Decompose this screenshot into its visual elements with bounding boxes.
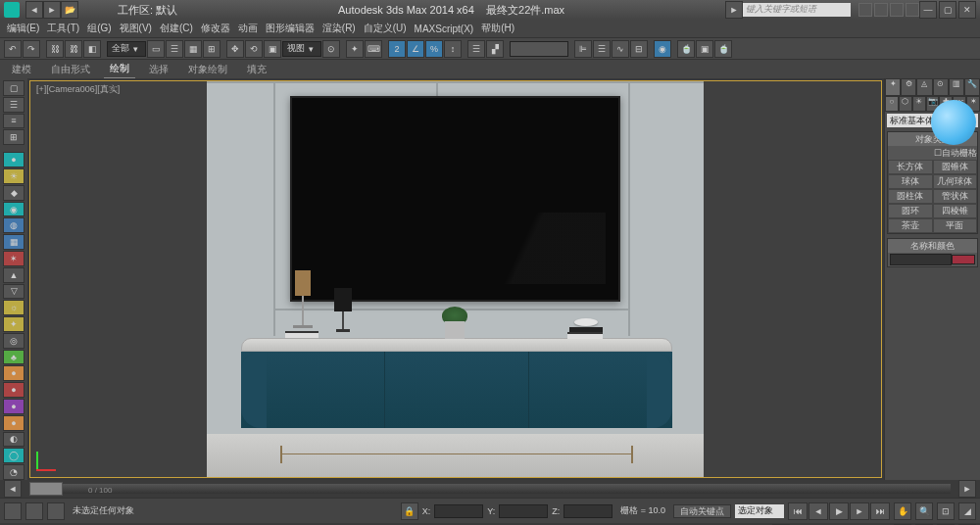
- named-sel-combo[interactable]: [510, 41, 568, 57]
- move-icon[interactable]: ✥: [226, 40, 244, 58]
- btn-tube[interactable]: 管状体: [933, 189, 978, 204]
- lt-extra2-icon[interactable]: ▲: [3, 267, 24, 283]
- menu-modifiers[interactable]: 修改器: [198, 22, 233, 35]
- tb-fwd-icon[interactable]: ►: [43, 1, 61, 19]
- workspace-label[interactable]: 工作区: 默认: [118, 3, 177, 18]
- cat-shapes-icon[interactable]: ⬡: [899, 96, 912, 112]
- nav-zoom-icon[interactable]: 🔍: [915, 502, 933, 520]
- lock-icon[interactable]: 🔒: [401, 502, 418, 520]
- menu-rendering[interactable]: 渲染(R): [319, 22, 359, 35]
- tb-open-icon[interactable]: 📂: [61, 1, 78, 19]
- menu-animation[interactable]: 动画: [235, 22, 261, 35]
- panel-tab-hierarchy-icon[interactable]: ◬: [916, 78, 932, 96]
- transform-y-input[interactable]: [499, 504, 548, 518]
- autokey-button[interactable]: 自动关键点: [673, 504, 731, 518]
- goto-start-icon[interactable]: ⏮: [788, 502, 808, 520]
- btn-cone[interactable]: 圆锥体: [933, 160, 978, 174]
- menu-tools[interactable]: 工具(T): [44, 22, 82, 35]
- selected-combo[interactable]: 选定对象: [735, 504, 784, 518]
- lt-water-icon[interactable]: ◍: [3, 217, 24, 233]
- object-name-input[interactable]: [890, 254, 952, 265]
- render-frame-icon[interactable]: ▣: [696, 40, 713, 58]
- select-icon[interactable]: ▭: [147, 40, 165, 58]
- tab-modeling[interactable]: 建模: [6, 61, 37, 78]
- lt-extra1-icon[interactable]: ◆: [3, 185, 24, 201]
- panel-tab-create-icon[interactable]: ✦: [885, 78, 901, 96]
- lt-extra3-icon[interactable]: ▽: [3, 284, 24, 300]
- help-arrow-icon[interactable]: ►: [725, 1, 743, 19]
- panel-tab-display-icon[interactable]: ▥: [949, 78, 964, 96]
- curve-editor-icon[interactable]: ∿: [612, 40, 629, 58]
- signin-icon[interactable]: [906, 3, 919, 17]
- transform-x-input[interactable]: [434, 504, 483, 518]
- tab-objpaint[interactable]: 对象绘制: [182, 61, 233, 78]
- mirror-icon[interactable]: ▞: [486, 40, 504, 58]
- undo-icon[interactable]: ↶: [4, 40, 22, 58]
- nav-zoomall-icon[interactable]: ⊡: [937, 502, 955, 520]
- viewport-label[interactable]: [+][Camera006][真实]: [36, 83, 120, 96]
- selection-filter-combo[interactable]: 全部: [107, 41, 146, 57]
- btn-box[interactable]: 长方体: [888, 160, 933, 174]
- redo-icon[interactable]: ↷: [23, 40, 40, 58]
- lt-mat2-icon[interactable]: ●: [3, 382, 24, 398]
- tab-freeform[interactable]: 自由形式: [45, 61, 96, 78]
- lt-select-icon[interactable]: ▢: [3, 80, 24, 96]
- tab-populate[interactable]: 填充: [241, 61, 272, 78]
- lt-mat1-icon[interactable]: ●: [3, 365, 24, 381]
- lt-mat3-icon[interactable]: ●: [3, 399, 24, 414]
- tab-paint[interactable]: 绘制: [104, 60, 135, 79]
- menu-grapheditors[interactable]: 图形编辑器: [263, 22, 318, 35]
- play-icon[interactable]: ▶: [829, 502, 849, 520]
- lt-layers-icon[interactable]: ≡: [3, 114, 24, 129]
- search-icon[interactable]: [858, 3, 872, 17]
- menu-help[interactable]: 帮助(H): [478, 22, 517, 35]
- lt-ring-icon[interactable]: ◯: [3, 448, 24, 463]
- bind-icon[interactable]: ◧: [83, 40, 101, 58]
- btn-plane[interactable]: 平面: [933, 218, 978, 233]
- nav-fov-icon[interactable]: ◢: [958, 502, 976, 520]
- time-slider-handle[interactable]: [29, 482, 63, 496]
- menu-customize[interactable]: 自定义(U): [361, 22, 410, 35]
- btn-cylinder[interactable]: 圆柱体: [888, 189, 933, 204]
- snap-angle-icon[interactable]: ∠: [407, 40, 424, 58]
- help-search-input[interactable]: 键入关键字或短语: [743, 3, 851, 17]
- lt-tex-icon[interactable]: ▦: [3, 234, 24, 250]
- keyboard-icon[interactable]: ⌨: [365, 40, 382, 58]
- lt-mat4-icon[interactable]: ●: [3, 415, 24, 431]
- cat-lights-icon[interactable]: ☀: [912, 96, 926, 112]
- autogrid-checkbox[interactable]: ☐ 自动栅格: [888, 146, 977, 160]
- tab-select[interactable]: 选择: [143, 61, 174, 78]
- timeline-prev-icon[interactable]: ◄: [4, 480, 22, 498]
- layers-icon[interactable]: ☰: [593, 40, 611, 58]
- menu-group[interactable]: 组(G): [84, 22, 114, 35]
- scale-icon[interactable]: ▣: [264, 40, 281, 58]
- viewport[interactable]: [+][Camera006][真实]: [29, 80, 882, 478]
- prev-frame-icon[interactable]: ◄: [808, 502, 828, 520]
- transform-z-input[interactable]: [564, 504, 612, 518]
- lt-grid-icon[interactable]: ⊞: [3, 129, 24, 145]
- btn-pyramid[interactable]: 四棱锥: [933, 204, 978, 218]
- render-icon[interactable]: 🍵: [714, 40, 732, 58]
- lt-sun-icon[interactable]: ☼: [3, 300, 24, 315]
- timeline-config-icon[interactable]: [4, 502, 22, 520]
- next-frame-icon[interactable]: ►: [850, 502, 869, 520]
- object-color-swatch[interactable]: [952, 255, 975, 264]
- goto-end-icon[interactable]: ⏭: [870, 502, 890, 520]
- timeline-next-icon[interactable]: ►: [958, 480, 976, 498]
- align-icon[interactable]: ⊫: [574, 40, 592, 58]
- lt-tree-icon[interactable]: ♣: [3, 350, 24, 365]
- lt-sphere-icon[interactable]: ●: [3, 152, 24, 167]
- rotate-icon[interactable]: ⟲: [245, 40, 263, 58]
- manip-icon[interactable]: ✦: [346, 40, 364, 58]
- menu-maxscript[interactable]: MAXScript(X): [412, 24, 477, 34]
- lt-extra5-icon[interactable]: ◐: [3, 432, 24, 448]
- named-sel-icon[interactable]: ☰: [467, 40, 485, 58]
- material-editor-icon[interactable]: ◉: [654, 40, 671, 58]
- menu-create[interactable]: 创建(C): [157, 22, 196, 35]
- spinner-snap-icon[interactable]: ↕: [444, 40, 462, 58]
- lt-bulb-icon[interactable]: ✦: [3, 316, 24, 332]
- panel-tab-modify-icon[interactable]: ⚙: [901, 78, 916, 96]
- panel-tab-utilities-icon[interactable]: 🔧: [964, 78, 980, 96]
- select-region-icon[interactable]: ▦: [184, 40, 202, 58]
- render-setup-icon[interactable]: 🍵: [677, 40, 695, 58]
